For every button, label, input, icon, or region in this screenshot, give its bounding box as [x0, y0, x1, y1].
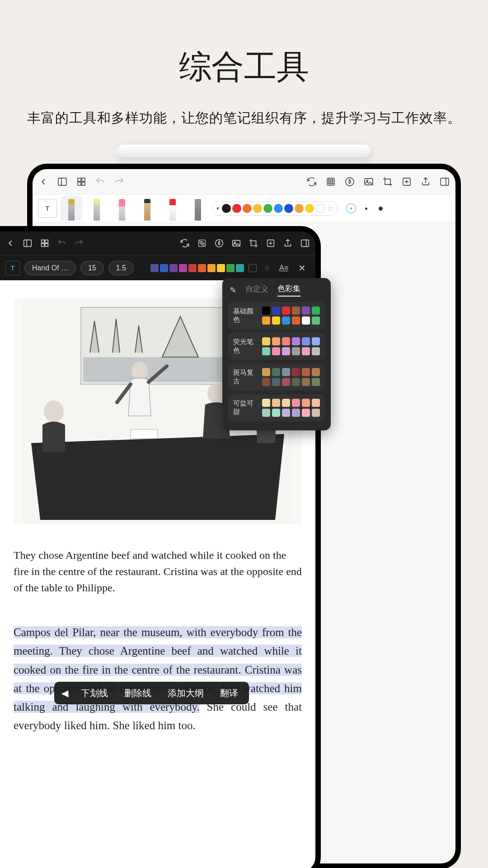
stroke-large[interactable] — [376, 204, 385, 213]
color-swatch[interactable] — [263, 204, 272, 213]
color-swatch[interactable] — [169, 264, 178, 272]
redo-icon[interactable] — [74, 238, 84, 248]
font-size-selector[interactable]: 15 — [80, 261, 104, 275]
color-swatch[interactable] — [292, 409, 300, 417]
color-swatch[interactable] — [222, 204, 231, 213]
marker-tool[interactable] — [162, 196, 183, 221]
color-swatch[interactable] — [312, 399, 320, 407]
menu-translate[interactable]: 翻译 — [212, 687, 246, 699]
back-icon[interactable] — [5, 238, 15, 248]
color-swatch[interactable] — [226, 264, 235, 272]
share-icon[interactable] — [283, 238, 293, 248]
stroke-medium[interactable] — [361, 204, 371, 213]
color-swatch[interactable] — [272, 378, 280, 386]
color-swatch[interactable] — [282, 316, 290, 325]
color-swatch[interactable] — [312, 307, 320, 315]
color-swatch[interactable] — [282, 409, 290, 417]
color-empty-swatch[interactable] — [316, 204, 325, 213]
undo-icon[interactable] — [95, 176, 106, 187]
color-swatch[interactable] — [262, 307, 270, 315]
color-swatch[interactable] — [198, 264, 206, 272]
image-icon[interactable] — [231, 238, 241, 248]
sidebar-icon[interactable] — [23, 238, 33, 248]
fountain-pen-tool[interactable] — [61, 196, 82, 221]
color-swatch[interactable] — [282, 307, 290, 315]
color-swatch[interactable] — [282, 378, 290, 386]
favorite-star-icon[interactable]: ☆ — [327, 203, 334, 213]
undo-icon[interactable] — [57, 238, 67, 248]
color-swatch[interactable] — [236, 264, 244, 272]
color-swatch[interactable] — [272, 399, 280, 407]
add-icon[interactable] — [401, 176, 412, 187]
color-swatch[interactable] — [302, 347, 310, 355]
line-height-selector[interactable]: 1.5 — [108, 261, 134, 275]
grid-icon[interactable] — [40, 238, 50, 248]
color-swatch[interactable] — [312, 368, 320, 376]
color-swatch[interactable] — [302, 337, 310, 345]
close-icon[interactable]: ✕ — [298, 263, 306, 274]
font-selector[interactable]: Hand Of … — [24, 261, 76, 275]
menu-prev-icon[interactable]: ◀ — [57, 688, 73, 698]
share-icon[interactable] — [420, 176, 431, 187]
pen-nib-icon[interactable] — [214, 238, 224, 248]
color-swatch[interactable] — [179, 264, 187, 272]
color-swatch[interactable] — [292, 378, 300, 386]
color-swatch[interactable] — [232, 204, 241, 213]
color-swatch[interactable] — [292, 307, 300, 315]
color-swatch[interactable] — [302, 409, 310, 417]
color-swatch[interactable] — [302, 316, 310, 325]
color-swatch[interactable] — [141, 264, 149, 272]
color-swatch[interactable] — [207, 264, 216, 272]
texture-icon[interactable] — [325, 176, 336, 187]
color-swatch[interactable] — [272, 347, 280, 355]
color-swatch[interactable] — [272, 409, 280, 417]
ruler-tool[interactable] — [187, 196, 209, 221]
add-icon[interactable] — [266, 238, 276, 248]
menu-underline[interactable]: 下划线 — [73, 687, 116, 699]
color-swatch[interactable] — [262, 378, 270, 386]
pencil-tool[interactable] — [136, 196, 158, 221]
palette-tab-custom[interactable]: 自定义 — [245, 284, 268, 296]
color-swatch[interactable] — [272, 337, 280, 345]
color-swatch[interactable] — [302, 368, 310, 376]
stroke-small[interactable] — [346, 203, 356, 213]
palette-tab-sets[interactable]: 色彩集 — [277, 283, 300, 297]
color-swatch[interactable] — [282, 337, 290, 345]
crop-icon[interactable] — [382, 176, 393, 187]
eyedropper-icon[interactable]: ✎ — [230, 285, 236, 295]
panels-icon[interactable] — [439, 176, 450, 187]
color-swatch[interactable] — [295, 204, 304, 213]
color-swatch[interactable] — [292, 316, 300, 325]
color-swatch[interactable] — [312, 409, 320, 417]
empty-swatch[interactable] — [249, 264, 257, 272]
color-swatch[interactable] — [302, 399, 310, 407]
body-text[interactable]: Campos del Pilar, near the museum, with … — [14, 623, 302, 735]
sidebar-icon[interactable] — [57, 176, 68, 187]
redo-icon[interactable] — [114, 176, 125, 187]
color-swatch[interactable] — [312, 337, 320, 345]
color-swatch[interactable] — [282, 347, 290, 355]
back-icon[interactable] — [38, 176, 49, 187]
color-swatch[interactable] — [262, 409, 270, 417]
sync-icon[interactable] — [180, 238, 190, 248]
color-swatch[interactable] — [302, 378, 310, 386]
color-swatch[interactable] — [282, 368, 290, 376]
color-swatch[interactable] — [292, 337, 300, 345]
image-icon[interactable] — [363, 176, 374, 187]
color-swatch[interactable] — [292, 347, 300, 355]
color-swatch[interactable] — [274, 204, 283, 213]
color-swatch[interactable] — [150, 264, 159, 272]
color-swatch[interactable] — [312, 378, 320, 386]
panels-icon[interactable] — [300, 238, 310, 248]
sync-icon[interactable] — [306, 176, 317, 187]
favorite-star-icon[interactable]: ☆ — [264, 264, 270, 272]
pen-nib-icon[interactable] — [344, 176, 355, 187]
color-swatch[interactable] — [262, 347, 270, 355]
color-swatch[interactable] — [217, 264, 225, 272]
text-tool-icon[interactable]: T — [5, 261, 20, 275]
text-tool-icon[interactable]: T — [38, 199, 57, 218]
color-swatch[interactable] — [272, 307, 280, 315]
color-swatch[interactable] — [262, 368, 270, 376]
menu-strikethrough[interactable]: 删除线 — [116, 687, 160, 699]
highlighter-tool[interactable] — [86, 196, 108, 221]
